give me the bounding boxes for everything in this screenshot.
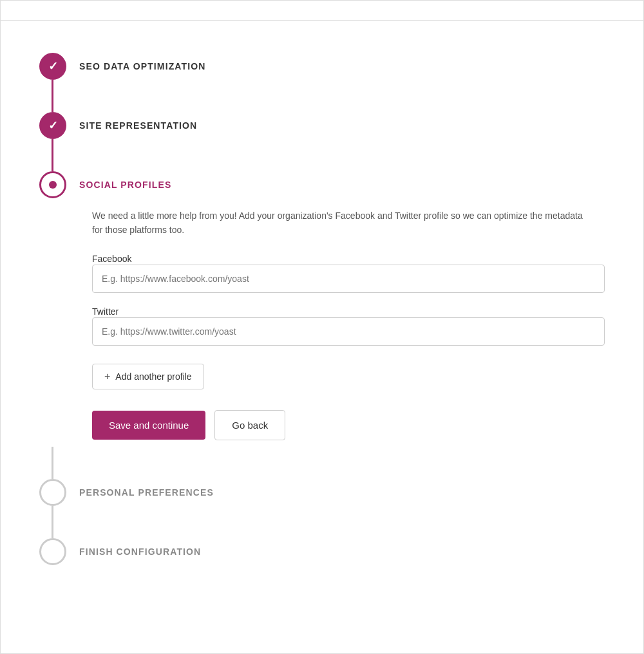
active-dot-icon <box>49 181 57 189</box>
plus-icon: + <box>104 371 110 382</box>
social-description: We need a little more help from you! Add… <box>92 209 594 238</box>
facebook-field-group: Facebook <box>92 253 605 306</box>
step-title-personal: PERSONAL PREFERENCES <box>79 487 214 498</box>
checkmark-icon: ✓ <box>48 59 58 73</box>
connector-site-rep <box>52 139 53 171</box>
add-another-profile-button[interactable]: + Add another profile <box>92 364 204 389</box>
step-header-personal: PERSONAL PREFERENCES <box>39 479 605 506</box>
checkmark-icon-2: ✓ <box>48 118 58 133</box>
step-circle-social <box>39 171 66 198</box>
twitter-label: Twitter <box>92 306 118 317</box>
add-profile-label: Add another profile <box>115 371 191 382</box>
twitter-input[interactable] <box>92 317 605 346</box>
go-back-button[interactable]: Go back <box>214 410 285 440</box>
step-title-site-rep: SITE REPRESENTATION <box>79 120 197 131</box>
social-profiles-content: We need a little more help from you! Add… <box>92 209 605 440</box>
back-label: Go back <box>232 420 268 431</box>
step-header-seo: ✓ SEO DATA OPTIMIZATION <box>39 53 605 80</box>
save-and-continue-button[interactable]: Save and continue <box>92 411 205 440</box>
step-personal-preferences: PERSONAL PREFERENCES <box>39 479 605 538</box>
facebook-label: Facebook <box>92 254 131 264</box>
step-title-seo: SEO DATA OPTIMIZATION <box>79 61 205 71</box>
step-circle-personal <box>39 479 66 506</box>
step-social-profiles: SOCIAL PROFILES We need a little more he… <box>39 171 605 479</box>
step-seo-data-optimization: ✓ SEO DATA OPTIMIZATION <box>39 53 605 112</box>
twitter-field-group: Twitter <box>92 306 605 359</box>
step-site-representation: ✓ SITE REPRESENTATION <box>39 112 605 171</box>
step-title-finish: FINISH CONFIGURATION <box>79 547 201 557</box>
action-buttons: Save and continue Go back <box>92 410 605 440</box>
connector-personal <box>52 506 53 538</box>
step-circle-site-rep: ✓ <box>39 112 66 139</box>
save-label: Save and continue <box>109 420 189 431</box>
step-header-finish: FINISH CONFIGURATION <box>39 538 605 565</box>
facebook-input[interactable] <box>92 265 605 293</box>
step-circle-seo: ✓ <box>39 53 66 80</box>
step-circle-finish <box>39 538 66 565</box>
step-title-social: SOCIAL PROFILES <box>79 180 171 190</box>
connector-seo <box>52 80 53 112</box>
step-header-social: SOCIAL PROFILES <box>39 171 605 198</box>
step-finish-configuration: FINISH CONFIGURATION <box>39 538 605 565</box>
step-header-site-rep: ✓ SITE REPRESENTATION <box>39 112 605 139</box>
connector-social <box>52 447 53 479</box>
